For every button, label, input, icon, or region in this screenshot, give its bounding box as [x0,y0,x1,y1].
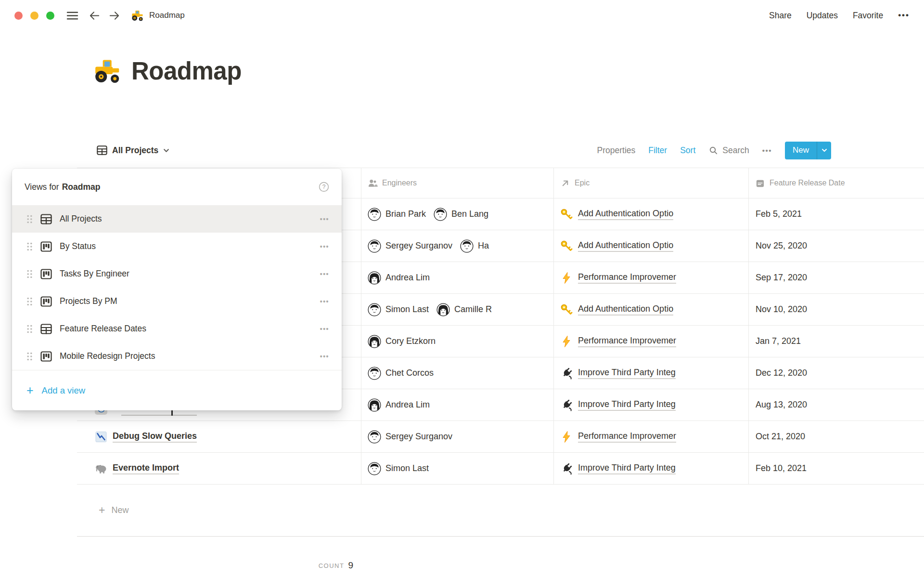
engineer-chip[interactable]: Andrea Lim [368,398,430,412]
minimize-window-button[interactable] [30,12,38,20]
back-icon[interactable] [89,10,101,22]
epic-link[interactable]: Add Authentication Optio [560,208,673,221]
cell-engineers[interactable]: Sergey SurganovHa [361,230,554,262]
engineer-chip[interactable]: Cory Etzkorn [368,335,436,348]
engineer-chip[interactable]: Simon Last [368,462,429,475]
cell-date[interactable]: Aug 13, 2020 [749,389,924,420]
date-value: Feb 10, 2021 [756,463,807,473]
cell-project[interactable]: Debug Slow Queries [77,421,361,452]
cell-date[interactable]: Oct 21, 2020 [749,421,924,452]
forward-icon[interactable] [108,10,120,22]
epic-link[interactable]: Performance Improvemer [560,272,676,284]
engineer-chip[interactable]: Chet Corcos [368,367,434,380]
new-button-dropdown[interactable] [817,142,831,159]
epic-link[interactable]: Add Authentication Optio [560,240,673,252]
cell-engineers[interactable]: Sergey Surganov [361,421,554,452]
cell-engineers[interactable]: Andrea Lim [361,262,554,293]
count-row[interactable]: COUNT 9 [77,537,361,578]
engineer-chip[interactable]: Sergey Surganov [368,239,452,253]
epic-link[interactable]: Add Authentication Optio [560,303,673,316]
cell-date[interactable]: Nov 10, 2020 [749,294,924,325]
page-link-evernote-import[interactable]: Evernote Import [95,462,179,475]
share-button[interactable]: Share [769,11,792,21]
drag-handle-icon[interactable] [26,242,33,251]
close-window-button[interactable] [14,12,23,20]
epic-link[interactable]: Improve Third Party Integ [560,367,676,380]
more-icon[interactable]: ••• [320,298,329,305]
cell-date[interactable]: Nov 25, 2020 [749,230,924,262]
epic-link[interactable]: Improve Third Party Integ [560,462,676,475]
cell-engineers[interactable]: Andrea Lim [361,389,554,420]
filter-button[interactable]: Filter [648,145,667,156]
drag-handle-icon[interactable] [26,297,33,306]
cell-epic[interactable]: Add Authentication Optio [554,294,749,325]
drag-handle-icon[interactable] [26,214,33,224]
new-row-button[interactable]: + New [77,485,924,537]
cell-date[interactable]: Sep 17, 2020 [749,262,924,293]
views-panel-item-by-status[interactable]: By Status••• [12,233,342,260]
view-switcher[interactable]: All Projects [96,144,170,156]
cell-epic[interactable]: Improve Third Party Integ [554,357,749,389]
views-panel-item-tasks-by-engineer[interactable]: Tasks By Engineer••• [12,260,342,288]
help-icon[interactable]: ? [319,182,329,192]
add-view-button[interactable]: + Add a view [12,370,342,410]
engineer-chip[interactable]: Brian Park [368,208,426,221]
cell-engineers[interactable]: Simon LastCamille R [361,294,554,325]
column-header-epic[interactable]: Epic [554,168,749,198]
cell-epic[interactable]: Performance Improvemer [554,421,749,452]
epic-label: Improve Third Party Integ [578,463,676,474]
cell-engineers[interactable]: Cory Etzkorn [361,326,554,357]
engineer-chip[interactable]: Camille R [436,303,492,316]
cell-engineers[interactable]: Brian ParkBen Lang [361,198,554,230]
engineer-chip[interactable]: Ha [460,239,489,253]
epic-link[interactable]: Performance Improvemer [560,431,676,443]
cell-engineers[interactable]: Chet Corcos [361,357,554,389]
page-link-debug-slow-queries[interactable]: Debug Slow Queries [95,431,197,443]
cell-date[interactable]: Feb 5, 2021 [749,198,924,230]
search-button[interactable]: Search [708,145,749,156]
column-header-feature-release-date[interactable]: Feature Release Date [749,168,924,198]
cell-project[interactable]: Evernote Import [77,453,361,484]
cell-epic[interactable]: Improve Third Party Integ [554,453,749,484]
more-icon[interactable]: ••• [320,325,329,333]
plus-icon: + [99,504,105,517]
more-icon[interactable]: ••• [320,243,329,250]
views-panel-item-all-projects[interactable]: All Projects••• [12,205,342,233]
column-header-engineers[interactable]: Engineers [361,168,554,198]
engineer-chip[interactable]: Andrea Lim [368,271,430,285]
properties-button[interactable]: Properties [597,145,636,156]
more-icon[interactable]: ••• [898,11,910,20]
zoom-window-button[interactable] [46,12,54,20]
cell-date[interactable]: Jan 7, 2021 [749,326,924,357]
drag-handle-icon[interactable] [26,269,33,279]
more-icon[interactable]: ••• [320,215,329,223]
cell-epic[interactable]: Add Authentication Optio [554,198,749,230]
view-item-label: Feature Release Dates [60,324,320,334]
views-panel-item-mobile-redesign-projects[interactable]: Mobile Redesign Projects••• [12,342,342,370]
engineer-chip[interactable]: Simon Last [368,303,429,316]
drag-handle-icon[interactable] [26,352,33,361]
cell-epic[interactable]: Performance Improvemer [554,262,749,293]
more-icon[interactable]: ••• [320,270,329,278]
sidebar-menu-icon[interactable] [66,9,79,22]
views-panel-item-feature-release-dates[interactable]: Feature Release Dates••• [12,315,342,342]
cell-date[interactable]: Feb 10, 2021 [749,453,924,484]
cell-epic[interactable]: Add Authentication Optio [554,230,749,262]
favorite-button[interactable]: Favorite [853,11,883,21]
breadcrumb[interactable]: Roadmap [131,9,185,22]
cell-date[interactable]: Dec 12, 2020 [749,357,924,389]
updates-button[interactable]: Updates [807,11,838,21]
new-button[interactable]: New [785,142,831,159]
views-panel-item-projects-by-pm[interactable]: Projects By PM••• [12,288,342,315]
cell-epic[interactable]: Improve Third Party Integ [554,389,749,420]
sort-button[interactable]: Sort [680,145,695,156]
more-icon[interactable]: ••• [762,146,772,155]
cell-engineers[interactable]: Simon Last [361,453,554,484]
epic-link[interactable]: Performance Improvemer [560,335,676,348]
engineer-chip[interactable]: Sergey Surganov [368,430,452,444]
more-icon[interactable]: ••• [320,353,329,360]
engineer-chip[interactable]: Ben Lang [434,208,488,221]
cell-epic[interactable]: Performance Improvemer [554,326,749,357]
epic-link[interactable]: Improve Third Party Integ [560,399,676,411]
drag-handle-icon[interactable] [26,324,33,334]
